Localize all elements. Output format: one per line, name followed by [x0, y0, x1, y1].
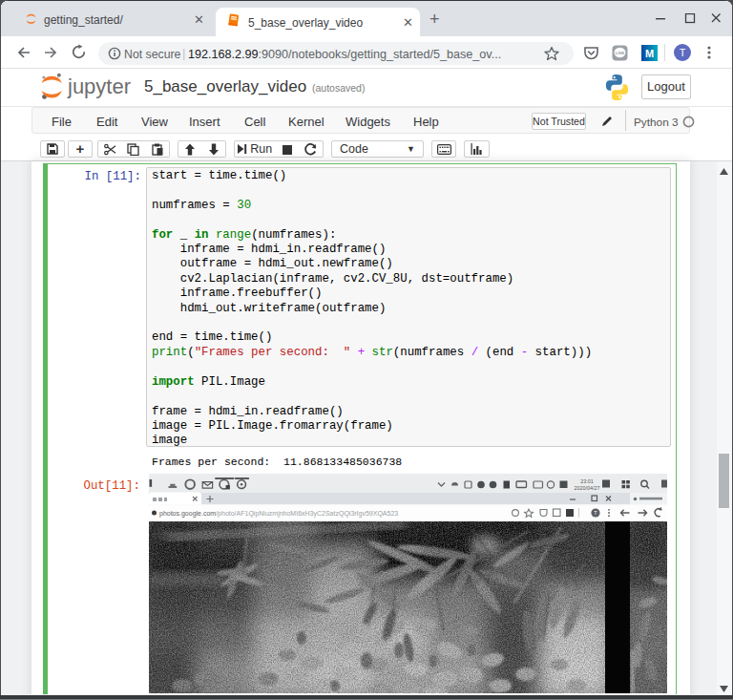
svg-text:photos.google.com/photo/AF1Qip: photos.google.com/photo/AF1QipNiuzmjnhoM… — [159, 510, 398, 518]
svg-text:2020/04/27: 2020/04/27 — [575, 485, 600, 491]
svg-text:M: M — [645, 48, 654, 59]
svg-text:23:01: 23:01 — [580, 478, 594, 484]
svg-text:LINE: LINE — [616, 51, 625, 55]
